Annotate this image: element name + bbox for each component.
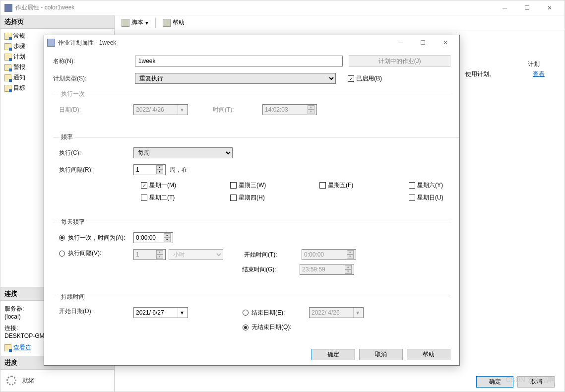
dialog-maximize[interactable]: ☐ [412,36,434,50]
interval-unit: 周，在 [170,166,188,174]
dialog-buttons: 确定 取消 帮助 [44,344,459,365]
once-legend: 执行一次 [59,90,87,98]
window-controls: ─ ☐ ✕ [494,1,561,15]
interval-input[interactable]: 1 ▴▾ [133,164,166,175]
daily-start-time: 0:00:00 ▴▾ [302,249,356,260]
help-icon [163,19,171,27]
maximize-button[interactable]: ☐ [516,1,538,15]
thu-checkbox[interactable] [230,195,237,201]
window-title: 作业属性 - color1week [15,3,494,12]
sat-checkbox[interactable] [409,182,415,189]
dialog-title: 作业计划属性 - 1week [58,39,389,47]
type-select[interactable]: 重复执行 [135,73,336,84]
end-date-input: 2022/ 4/26 ▾ [309,307,364,318]
help-button[interactable]: 帮助 [160,17,188,28]
daily-interval-value: 1 ▴▾ [133,249,166,260]
watermark: CSDN @阿福啊 [505,376,555,385]
spin-up-icon[interactable]: ▴ [156,165,163,170]
type-label: 计划类型(S): [53,74,135,83]
schedule-dialog: 作业计划属性 - 1week ─ ☐ ✕ 名称(N): 计划中的作业(J) 计划… [44,35,460,366]
name-row: 名称(N): 计划中的作业(J) [53,55,450,67]
wed-checkbox[interactable] [230,182,237,189]
once-time-input: 14:02:03 ▴▾ [262,104,317,115]
daily-once-row: 执行一次，时间为(A): 0:00:00 ▴▾ [59,232,444,243]
name-label: 名称(N): [53,57,135,65]
exec-row: 执行(C): 每周 [59,147,459,158]
calendar-icon[interactable]: ▾ [178,308,186,318]
daily-once-time[interactable]: 0:00:00 ▴▾ [133,232,173,243]
spin-down-icon[interactable]: ▾ [156,170,163,174]
once-time-label: 时间(T): [213,106,262,114]
name-input[interactable] [135,56,343,66]
spinner-icon [6,376,16,386]
page-icon [4,74,11,81]
status-text: 就绪 [22,377,34,385]
dialog-cancel-button[interactable]: 取消 [359,349,403,360]
enabled-checkbox-row: 已启用(B) [348,74,407,83]
duration-fieldset: 持续时间 开始日期(D): 2021/ 6/27 ▾ 结束日期(E): 2022… [53,293,450,343]
view-link[interactable]: 查看 [533,70,545,78]
no-end-radio[interactable] [243,325,249,330]
days-row-2: 星期二(T) 星期四(H) 星期日(U) [141,194,459,202]
main-toolbar: 脚本 ▾ 帮助 [115,15,565,30]
script-icon [122,19,129,27]
dialog-help-button[interactable]: 帮助 [407,349,450,360]
page-icon [4,43,11,50]
exec-select[interactable]: 每周 [133,147,233,158]
sidebar-header: 选择页 [0,15,114,29]
calendar-icon: ▾ [178,105,186,115]
bg-col-header: 计划 [528,60,540,68]
close-button[interactable]: ✕ [538,1,561,15]
fri-checkbox[interactable] [319,182,326,189]
exec-label: 执行(C): [59,149,133,157]
once-date-input: 2022/ 4/26 ▾ [133,104,188,115]
freq-fieldset: 频率 执行(C): 每周 执行间隔(R): 1 ▴▾ 周，在 星期一(M) 星期… [53,133,459,212]
page-icon [4,64,11,71]
daily-start-label: 开始时间(T): [244,251,299,259]
jobs-in-plan-button: 计划中的作业(J) [349,55,450,67]
bg-text: 使用计划。 [465,70,495,78]
page-icon [4,85,11,92]
daily-end-label: 结束时间(G): [242,265,297,274]
start-date-input[interactable]: 2021/ 6/27 ▾ [133,307,188,318]
sun-checkbox[interactable] [409,195,415,201]
spin-up-icon: ▴ [308,105,314,110]
freq-legend: 频率 [59,133,75,141]
start-date-label: 开始日期(D): [59,307,133,316]
tue-checkbox[interactable] [141,195,147,201]
daily-end-time: 23:59:59 ▴▾ [300,264,354,275]
type-row: 计划类型(S): 重复执行 已启用(B) [53,73,450,84]
dialog-close[interactable]: ✕ [434,36,456,50]
days-row-1: 星期一(M) 星期三(W) 星期五(F) 星期六(Y) [141,181,459,190]
dropdown-icon: ▾ [145,19,148,26]
once-row: 日期(D): 2022/ 4/26 ▾ 时间(T): 14:02:03 ▴▾ [59,104,444,115]
duration-row: 开始日期(D): 2021/ 6/27 ▾ 结束日期(E): 2022/ 4/2… [59,307,444,331]
interval-row: 执行间隔(R): 1 ▴▾ 周，在 [59,164,459,175]
once-date-label: 日期(D): [59,106,133,114]
daily-interval-unit: 小时 [169,249,223,260]
dialog-icon [47,39,55,47]
dialog-titlebar: 作业计划属性 - 1week ─ ☐ ✕ [44,35,459,50]
script-button[interactable]: 脚本 ▾ [119,17,151,28]
dialog-body: 名称(N): 计划中的作业(J) 计划类型(S): 重复执行 已启用(B) 执行… [44,50,459,344]
interval-label: 执行间隔(R): [59,166,133,174]
daily-interval-radio[interactable] [59,251,65,257]
progress-body: 就绪 [0,370,114,392]
daily-interval-row: 执行间隔(V): 1 ▴▾ 小时 开始时间(T): [59,249,444,275]
spin-down-icon: ▾ [308,110,314,114]
end-date-radio[interactable] [243,310,249,316]
outer-titlebar: 作业属性 - color1week ─ ☐ ✕ [0,0,565,15]
link-icon [4,344,11,351]
separator [155,18,156,28]
minimize-button[interactable]: ─ [494,1,516,15]
calendar-icon: ▾ [353,308,361,318]
page-icon [4,54,11,61]
dialog-minimize[interactable]: ─ [389,36,412,50]
page-icon [4,33,11,40]
dialog-ok-button[interactable]: 确定 [312,349,355,360]
daily-once-radio[interactable] [59,235,65,241]
dialog-win-controls: ─ ☐ ✕ [389,36,456,50]
enabled-checkbox[interactable] [348,75,354,82]
mon-checkbox[interactable] [141,182,147,189]
app-icon [4,4,12,12]
